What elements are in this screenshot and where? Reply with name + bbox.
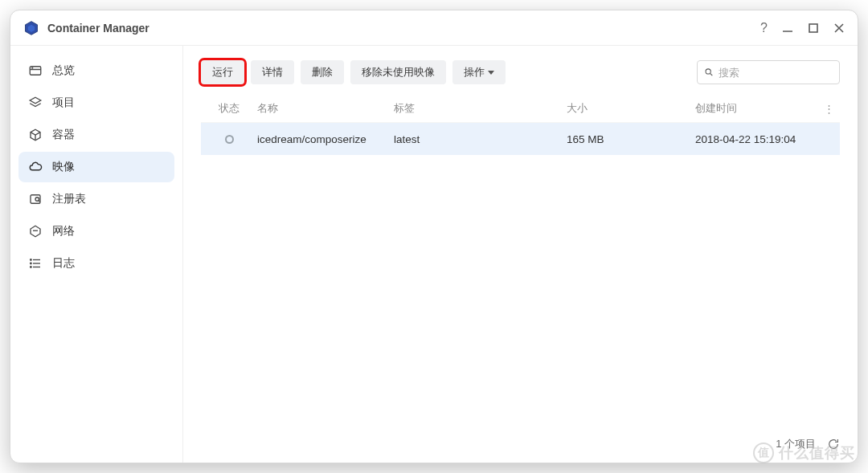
app-title: Container Manager	[47, 22, 149, 35]
svg-marker-8	[30, 97, 41, 104]
svg-point-7	[32, 67, 33, 68]
col-header-created[interactable]: 创建时间	[695, 102, 817, 116]
search-box[interactable]	[697, 60, 840, 84]
status-dot-icon	[225, 135, 234, 144]
sidebar-item-label: 注册表	[52, 192, 86, 206]
help-button[interactable]: ?	[760, 21, 768, 35]
window-body: 总览 项目 容器 映像 注册表 网络	[10, 46, 858, 463]
title-bar: Container Manager ?	[10, 10, 858, 46]
run-button[interactable]: 运行	[201, 60, 244, 84]
list-icon	[28, 256, 43, 271]
table-row[interactable]: icedream/composerize latest 165 MB 2018-…	[201, 123, 840, 155]
sidebar-item-registry[interactable]: 注册表	[18, 184, 174, 214]
remove-unused-button[interactable]: 移除未使用映像	[350, 60, 446, 84]
registry-icon	[28, 192, 43, 206]
sidebar: 总览 项目 容器 映像 注册表 网络	[10, 46, 183, 463]
grid-header-row: 状态 名称 标签 大小 创建时间 ⋮	[201, 96, 840, 123]
app-icon	[23, 20, 39, 36]
col-header-status[interactable]: 状态	[201, 102, 257, 116]
search-input[interactable]	[719, 67, 833, 79]
cloud-icon	[28, 160, 43, 174]
sidebar-item-image[interactable]: 映像	[18, 152, 174, 182]
col-header-size[interactable]: 大小	[567, 102, 695, 116]
main-pane: 运行 详情 删除 移除未使用映像 操作 状态 名称 标签	[183, 46, 858, 463]
chevron-down-icon	[488, 71, 494, 75]
svg-point-21	[31, 267, 32, 268]
delete-button[interactable]: 删除	[301, 60, 344, 84]
image-grid: 状态 名称 标签 大小 创建时间 ⋮ icedream/composerize …	[183, 96, 858, 428]
svg-line-23	[710, 74, 713, 76]
sidebar-item-overview[interactable]: 总览	[18, 55, 174, 86]
network-icon	[28, 224, 43, 239]
maximize-button[interactable]	[808, 22, 819, 34]
layers-icon	[28, 96, 43, 110]
col-header-tag[interactable]: 标签	[394, 102, 567, 116]
minimize-button[interactable]	[782, 22, 793, 34]
row-created: 2018-04-22 15:19:04	[695, 133, 817, 145]
details-button[interactable]: 详情	[251, 60, 294, 84]
watermark: 值 什么值得买	[753, 442, 855, 463]
sidebar-item-log[interactable]: 日志	[18, 248, 174, 279]
sidebar-item-label: 日志	[52, 256, 75, 271]
sidebar-item-label: 容器	[52, 128, 75, 142]
watermark-text: 什么值得买	[779, 443, 855, 463]
sidebar-item-label: 项目	[52, 96, 75, 110]
row-tag: latest	[394, 133, 567, 145]
app-window: Container Manager ? 总览 项目 容器	[10, 10, 858, 463]
svg-point-20	[31, 263, 32, 264]
cube-icon	[28, 128, 43, 142]
actions-dropdown[interactable]: 操作	[452, 60, 506, 84]
watermark-badge: 值	[753, 442, 774, 463]
col-header-menu[interactable]: ⋮	[817, 103, 840, 115]
sidebar-item-container[interactable]: 容器	[18, 120, 174, 150]
sidebar-item-network[interactable]: 网络	[18, 216, 174, 247]
overview-icon	[28, 63, 43, 78]
toolbar: 运行 详情 删除 移除未使用映像 操作	[183, 46, 858, 96]
sidebar-item-label: 总览	[52, 63, 75, 78]
row-status	[201, 135, 257, 144]
sidebar-item-label: 网络	[52, 224, 75, 239]
sidebar-item-label: 映像	[52, 160, 75, 174]
svg-rect-2	[809, 24, 817, 32]
search-icon	[704, 67, 714, 78]
sidebar-item-project[interactable]: 项目	[18, 88, 174, 118]
svg-marker-14	[31, 226, 40, 237]
row-size: 165 MB	[567, 133, 695, 145]
row-name: icedream/composerize	[257, 133, 394, 145]
close-button[interactable]	[833, 22, 845, 34]
svg-point-19	[31, 259, 32, 261]
actions-label: 操作	[464, 65, 485, 80]
col-header-name[interactable]: 名称	[257, 102, 394, 116]
svg-point-22	[706, 69, 710, 74]
